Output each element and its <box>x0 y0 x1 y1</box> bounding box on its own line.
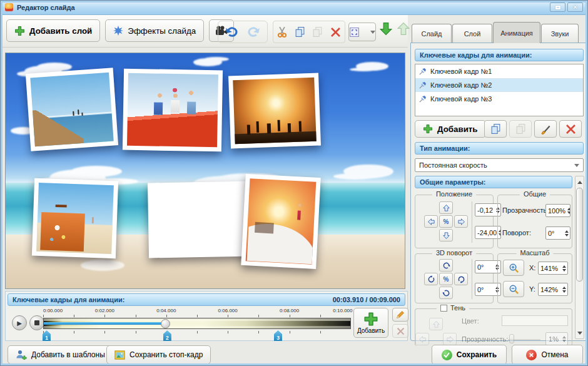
shadow-legend: Тень <box>437 304 469 312</box>
tick-label: 0:06.000 <box>218 308 238 313</box>
brush-keyframe-button[interactable] <box>534 120 557 138</box>
plus-icon <box>14 26 25 36</box>
photo-cliff-family[interactable] <box>26 68 118 151</box>
copy-keyframe-button[interactable] <box>484 120 507 138</box>
scrollbar-thumb[interactable] <box>576 188 583 282</box>
shadow-right-button[interactable] <box>443 333 457 345</box>
close-button[interactable]: × <box>567 3 583 12</box>
redo-icon[interactable] <box>246 26 260 38</box>
keyframe-item-3[interactable]: Ключевой кадр №3 <box>415 92 583 106</box>
shadow-opacity-value: 1% <box>546 335 560 343</box>
zoom-in-button[interactable] <box>503 260 524 276</box>
scale-x-spinner[interactable]: 141% <box>538 262 568 275</box>
maximize-button[interactable] <box>550 3 565 12</box>
opacity-label: Прозрачность: <box>502 206 549 214</box>
rotate-spinner[interactable]: 0° <box>545 226 570 240</box>
rotate3d-up-button[interactable] <box>439 259 453 272</box>
maximize-icon <box>555 6 560 9</box>
slide-canvas[interactable] <box>5 53 405 289</box>
keyframe-item-1[interactable]: Ключевой кадр №1 <box>415 64 583 78</box>
rotate3d-down-button[interactable] <box>439 287 453 299</box>
move-down-button[interactable] <box>439 229 453 241</box>
delete-keyframe-button[interactable] <box>559 120 582 138</box>
shadow-left-button[interactable] <box>415 333 429 345</box>
timeline-delete-button[interactable] <box>392 324 408 338</box>
delete-icon[interactable] <box>330 27 341 38</box>
photo-car-sunset[interactable] <box>241 174 320 269</box>
scale-x-label: X: <box>529 264 535 272</box>
opacity-spinner[interactable]: 100% <box>545 204 570 217</box>
move-right-button[interactable] <box>454 215 468 228</box>
move-down-icon[interactable] <box>380 22 392 36</box>
spinner-arrows-icon[interactable] <box>567 206 570 216</box>
play-button[interactable]: ▶ <box>12 315 27 330</box>
move-up-button[interactable] <box>439 201 453 214</box>
cut-icon[interactable] <box>277 26 287 38</box>
tab-sounds[interactable]: Звуки <box>541 24 579 43</box>
save-still-frame-button[interactable]: Сохранить стоп-кадр <box>106 345 211 364</box>
animation-type-header: Тип анимации: <box>415 142 584 155</box>
params-scrollbar[interactable] <box>575 176 584 339</box>
spinner-arrows-icon[interactable] <box>560 285 567 295</box>
photo-suitcase[interactable] <box>32 178 118 259</box>
timeline-panel: Ключевые кадры для анимации: 00:03.910 /… <box>5 291 408 341</box>
rotate3d-reset-button[interactable]: % <box>439 273 453 285</box>
keyframe-label: Ключевой кадр №2 <box>430 81 492 89</box>
keyframe-item-2[interactable]: Ключевой кадр №2 <box>415 78 583 92</box>
slider-thumb[interactable] <box>509 334 514 343</box>
paste-icon <box>515 123 526 135</box>
photo-motorcycles[interactable] <box>148 181 251 258</box>
timeline-add-button[interactable]: Добавить <box>353 308 388 338</box>
add-layer-button[interactable]: Добавить слой <box>6 19 100 42</box>
undo-icon[interactable] <box>225 26 239 38</box>
spinner-arrows-icon[interactable] <box>560 334 567 344</box>
shadow-up-button[interactable] <box>429 318 443 330</box>
scale-y-spinner[interactable]: 142% <box>538 283 568 296</box>
shadow-checkbox[interactable] <box>440 305 447 312</box>
cancel-button[interactable]: Отмена <box>512 345 583 365</box>
tab-slide[interactable]: Слайд <box>412 24 452 43</box>
center-position-button[interactable]: % <box>439 215 453 228</box>
rotate3d-left-button[interactable] <box>424 273 438 285</box>
paste-keyframe-button[interactable] <box>509 120 532 138</box>
scroll-up-icon[interactable] <box>575 176 584 185</box>
add-to-templates-button[interactable]: Добавить в шаблоны <box>8 345 113 364</box>
common-params-header: Общие параметры: <box>415 176 572 188</box>
add-keyframe-label: Добавить <box>437 125 478 134</box>
image-icon <box>114 350 125 360</box>
zoom-out-icon <box>509 284 519 295</box>
timeline-ruler[interactable]: 0:00.000 0:02.000 0:04.000 0:06.000 0:08… <box>43 308 351 339</box>
edit-keyframe-button[interactable] <box>392 308 408 322</box>
fit-view-button[interactable] <box>348 23 376 41</box>
photo-cliff-family-image <box>30 73 113 147</box>
slide-effects-button[interactable]: Эффекты слайда <box>105 19 204 42</box>
shadow-color-field[interactable] <box>502 315 568 326</box>
spinner-arrows-icon[interactable] <box>563 228 570 238</box>
stop-button[interactable] <box>29 315 44 330</box>
ruler-ticks-top <box>43 315 351 317</box>
move-up-icon[interactable] <box>397 22 410 36</box>
timeline-header: Ключевые кадры для анимации: 00:03.910 /… <box>8 293 405 306</box>
animation-type-select[interactable]: Постоянная скорость <box>415 158 584 172</box>
add-keyframe-button[interactable]: Добавить <box>415 120 486 138</box>
scale-group-title: Масштаб <box>516 249 553 257</box>
tab-animation[interactable]: Анимация <box>493 22 540 43</box>
zoom-out-button[interactable] <box>503 281 524 297</box>
save-button[interactable]: Сохранить <box>432 345 507 365</box>
spinner-arrows-icon[interactable] <box>560 263 567 273</box>
position-group-title: Положение <box>432 190 476 198</box>
copy-icon[interactable] <box>295 26 305 38</box>
move-left-button[interactable] <box>424 215 438 228</box>
tab-layer[interactable]: Слой <box>452 24 492 43</box>
save-still-frame-label: Сохранить стоп-кадр <box>129 350 203 359</box>
photo-friends-car[interactable] <box>123 69 223 152</box>
paste-icon[interactable] <box>312 26 323 38</box>
position-group: Положение % -0,12 -24,00 <box>415 195 494 248</box>
brush-icon <box>540 124 551 135</box>
rotate3d-right-button[interactable] <box>454 273 468 285</box>
shadow-opacity-spinner[interactable]: 1% <box>545 332 568 345</box>
common-params-header-label: Общие параметры: <box>420 178 485 186</box>
scroll-down-icon[interactable] <box>575 330 584 338</box>
rotate3d-group-title: 3D поворот <box>432 249 476 257</box>
photo-sunset-dancers[interactable] <box>228 73 321 149</box>
